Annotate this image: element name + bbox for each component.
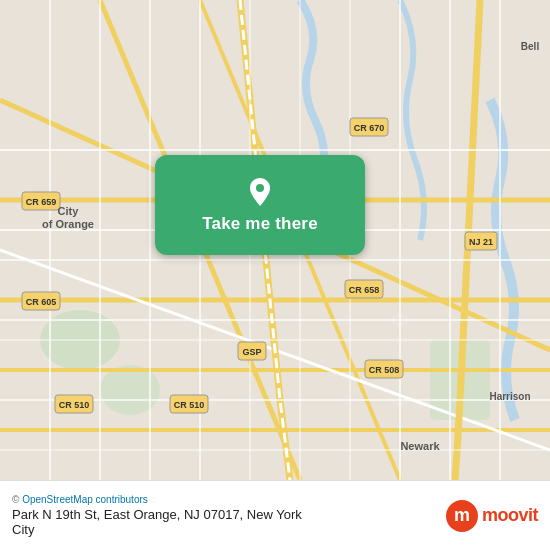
bottom-left-info: © OpenStreetMap contributors Park N 19th… [12, 494, 302, 537]
button-label: Take me there [202, 214, 318, 234]
svg-point-53 [256, 184, 264, 192]
copyright-symbol: © [12, 494, 19, 505]
svg-text:of Orange: of Orange [42, 218, 94, 230]
moovit-icon: m [446, 500, 478, 532]
map-container: CR 659 CR 670 CR 605 CR 658 CR 510 CR 51… [0, 0, 550, 480]
map-credit: © OpenStreetMap contributors [12, 494, 302, 505]
credit-link-text: OpenStreetMap contributors [22, 494, 148, 505]
svg-text:City: City [58, 205, 80, 217]
svg-text:CR 510: CR 510 [174, 400, 205, 410]
svg-text:CR 508: CR 508 [369, 365, 400, 375]
location-pin-icon [244, 176, 276, 208]
svg-text:CR 659: CR 659 [26, 197, 57, 207]
moovit-logo: m moovit [446, 500, 538, 532]
svg-text:CR 670: CR 670 [354, 123, 385, 133]
svg-text:Harrison: Harrison [489, 391, 530, 402]
svg-text:CR 658: CR 658 [349, 285, 380, 295]
bottom-bar: © OpenStreetMap contributors Park N 19th… [0, 480, 550, 550]
location-text: Park N 19th St, East Orange, NJ 07017, N… [12, 507, 302, 537]
svg-text:CR 605: CR 605 [26, 297, 57, 307]
svg-text:NJ 21: NJ 21 [469, 237, 493, 247]
svg-text:Bell: Bell [521, 41, 540, 52]
svg-text:Newark: Newark [400, 440, 440, 452]
moovit-wordmark: moovit [482, 505, 538, 526]
svg-text:GSP: GSP [242, 347, 261, 357]
svg-text:CR 510: CR 510 [59, 400, 90, 410]
take-me-there-button[interactable]: Take me there [155, 155, 365, 255]
openstreetmap-link[interactable]: OpenStreetMap contributors [22, 494, 148, 505]
